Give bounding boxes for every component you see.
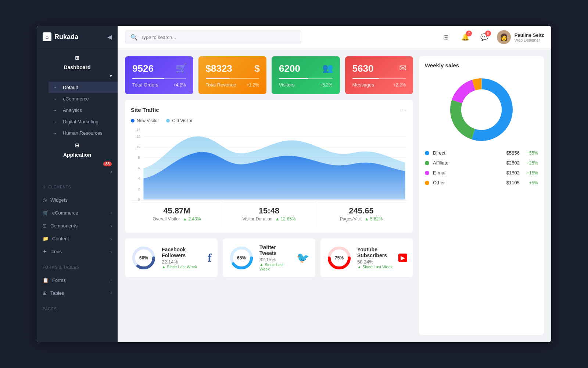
pages-visit-label: Pages/Visit ▲ 5.62% (323, 216, 400, 222)
pages-label: PAGES (37, 302, 118, 312)
user-role: Web Designer (514, 38, 544, 42)
cart-icon: 🛒 (176, 63, 187, 73)
user-details: Pauline Seitz Web Designer (514, 32, 544, 42)
nav-ui-elements: ◎ Widgets 🛒 eCommerce ‹ ⊡ Components ‹ 📁… (37, 191, 118, 261)
sidebar-item-label: Tables (50, 290, 64, 296)
social-cards: 60% Facebook Followers 22.14% ▲ Since La… (125, 238, 413, 277)
messages-button[interactable]: 💬 8 (478, 31, 491, 44)
sidebar-item-ecommerce-ui[interactable]: 🛒 eCommerce ‹ (37, 206, 118, 219)
legend-new-visitor: New Visitor (131, 118, 159, 123)
new-visitor-label: New Visitor (137, 118, 159, 123)
sidebar-item-content[interactable]: 📁 Content ‹ (37, 232, 118, 245)
svg-text:14: 14 (136, 128, 140, 131)
sidebar-item-human-resources[interactable]: Human Resources (49, 127, 118, 139)
sidebar-item-forms[interactable]: 📋 Forms ‹ (37, 274, 118, 287)
svg-text:12: 12 (136, 135, 140, 138)
youtube-number: 58.24% (357, 259, 393, 265)
legend-email: E-mail $1802 +15% (425, 170, 538, 176)
widgets-icon: ◎ (43, 197, 47, 203)
sidebar-item-label: Human Resources (63, 130, 103, 136)
sidebar-item-digital-marketing[interactable]: Digital Marketing (49, 116, 118, 127)
messages-badge: 8 (485, 31, 491, 36)
svg-text:10: 10 (136, 145, 140, 149)
chevron-right-icon: ‹ (111, 224, 112, 228)
chevron-down-icon: ▾ (110, 74, 112, 78)
sidebar-item-label: Content (52, 236, 69, 241)
youtube-icon: ▶ (398, 254, 407, 262)
chart-stats: 45.87M Overall Visitor ▲ 2.43% 15:48 Vis… (131, 201, 407, 227)
svg-text:2: 2 (138, 187, 140, 191)
twitter-title: Twitter Tweets (259, 244, 291, 256)
topbar: 🔍 ⊞ 🔔 7 💬 8 👩 Pauline Seitz (118, 26, 551, 49)
svg-text:0: 0 (138, 198, 140, 201)
sidebar-item-ecommerce[interactable]: eCommerce (49, 93, 118, 105)
grid-icon: ⊞ (443, 33, 449, 41)
affiliate-value: $2602 (506, 160, 520, 166)
logo-text: Rukada (54, 33, 78, 41)
sidebar-item-widgets[interactable]: ◎ Widgets (37, 194, 118, 206)
chevron-right-icon: ‹ (111, 211, 112, 215)
site-traffic-title: Site Traffic (131, 107, 159, 113)
orders-label: Total Orders (132, 82, 158, 88)
notifications-button[interactable]: 🔔 7 (459, 31, 472, 44)
twitter-info: Twitter Tweets 32.15% ▲ Since Last Week (259, 244, 291, 271)
site-traffic-card: Site Traffic ··· New Visitor Old Visitor (125, 100, 413, 233)
components-icon: ⊡ (43, 223, 47, 229)
person-icon: 👥 (322, 63, 333, 73)
search-icon: 🔍 (130, 34, 138, 41)
weekly-sales-title: Weekly sales (425, 62, 459, 68)
sidebar-item-label: Forms (52, 277, 66, 283)
sidebar-item-label: eCommerce (52, 210, 78, 216)
revenue-label: Total Revenue (206, 82, 236, 88)
grid-button[interactable]: ⊞ (440, 31, 453, 44)
legend-other: Other $1105 +5% (425, 180, 538, 185)
stat-cards: 9526 🛒 Total Orders +4.2% $8323 $ (125, 56, 413, 94)
stat-visitor-duration: 15:48 Visitor Duration ▲ 12.65% (223, 201, 315, 227)
sidebar-item-icons[interactable]: ✦ Icons ‹ (37, 245, 118, 258)
content-left: 9526 🛒 Total Orders +4.2% $8323 $ (125, 56, 413, 335)
sidebar-item-label: Icons (50, 249, 62, 254)
stat-card-orders: 9526 🛒 Total Orders +4.2% (125, 56, 193, 94)
visitors-change: +5.2% (320, 82, 332, 88)
youtube-since: ▲ Since Last Week (357, 265, 393, 269)
sidebar-item-components[interactable]: ⊡ Components ‹ (37, 219, 118, 232)
sidebar-logo: Rukada ◀ (37, 26, 118, 48)
overall-visitor-number: 45.87M (138, 206, 215, 216)
sidebar-item-dashboard[interactable]: ⊞ Dashboard ▾ (37, 51, 118, 82)
search-input[interactable] (141, 35, 296, 40)
youtube-donut: 75% (326, 245, 352, 271)
content-area: 9526 🛒 Total Orders +4.2% $8323 $ (118, 49, 551, 342)
twitter-icon: 🐦 (297, 252, 309, 264)
visitors-label: Visitors (279, 82, 294, 88)
sidebar-item-application[interactable]: ⊟ Application 88 ‹ (37, 139, 118, 178)
sidebar-item-label: Analytics (63, 107, 82, 113)
facebook-donut: 60% (131, 245, 157, 271)
sales-legend: Direct $5856 +55% Affiliate $2602 +25% (425, 150, 538, 185)
notifications-badge: 7 (466, 31, 472, 36)
other-value: $1105 (506, 180, 520, 185)
youtube-info: Youtube Subscribers 58.24% ▲ Since Last … (357, 247, 393, 269)
revenue-change: +1.2% (247, 82, 259, 88)
search-box[interactable]: 🔍 (125, 31, 301, 44)
sidebar-item-label: Dashboard (64, 64, 90, 70)
sidebar-item-analytics[interactable]: Analytics (49, 105, 118, 116)
content-right: Weekly sales (419, 56, 544, 335)
forms-tables-label: FORMS & TABLES (37, 261, 118, 271)
weekly-sales-header: Weekly sales (425, 62, 538, 68)
youtube-card: 75% Youtube Subscribers 58.24% ▲ Since L… (320, 238, 413, 277)
sidebar-item-tables[interactable]: ⊞ Tables ‹ (37, 287, 118, 300)
stat-card-revenue: $8323 $ Total Revenue +1.2% (198, 56, 267, 94)
svg-text:4: 4 (138, 177, 140, 180)
email-value: $1802 (506, 170, 520, 176)
dollar-icon: $ (255, 63, 260, 74)
user-profile[interactable]: 👩 Pauline Seitz Web Designer (497, 30, 544, 44)
facebook-pct: 60% (139, 255, 148, 261)
more-options-button[interactable]: ··· (399, 106, 407, 114)
sidebar-item-label: eCommerce (63, 96, 89, 102)
collapse-button[interactable]: ◀ (107, 33, 112, 40)
email-change: +15% (523, 170, 538, 176)
sidebar-item-default[interactable]: Default (49, 82, 118, 93)
ui-elements-label: UI ELEMENTS (37, 181, 118, 191)
content-icon: 📁 (43, 236, 49, 241)
chevron-right-icon: ‹ (111, 237, 112, 241)
